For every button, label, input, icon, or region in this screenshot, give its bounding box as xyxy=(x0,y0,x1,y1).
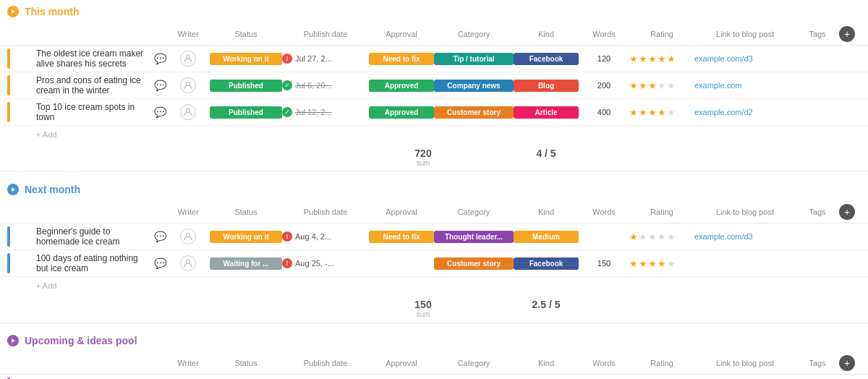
status-cell: Waiting for ... xyxy=(210,257,282,270)
title-cell: Beginner's guide to homemade ice cream 💬 xyxy=(36,226,166,247)
col-add[interactable]: + xyxy=(839,204,861,220)
star-filled: ★ xyxy=(667,54,676,64)
table-row: 100 days of eating nothing but ice cream… xyxy=(0,250,868,277)
category-cell: Tip / tutorial xyxy=(434,53,514,65)
add-row[interactable]: + Add xyxy=(0,277,868,294)
row-title: Pros and cons of eating ice cream in the… xyxy=(36,75,150,95)
row-indicator-cell xyxy=(7,226,36,247)
star-filled: ★ xyxy=(639,107,647,118)
section-title: Upcoming & ideas pool xyxy=(25,335,137,346)
row-indicator-cell xyxy=(7,75,36,95)
section-title: Next month xyxy=(25,184,80,195)
svg-marker-4 xyxy=(12,187,15,192)
section-header: Next month xyxy=(0,178,868,201)
col-link: Link to blog post xyxy=(694,208,796,216)
col-words: Words xyxy=(579,30,629,38)
section-toggle[interactable] xyxy=(7,335,19,346)
title-cell: Top 10 ice cream spots in town 💬 xyxy=(36,102,166,122)
date-text: Jul 6, 20... xyxy=(295,81,332,90)
col-rating: Rating xyxy=(629,30,694,38)
row-color-indicator xyxy=(7,75,10,95)
col-kind: Kind xyxy=(514,359,579,367)
col-category: Category xyxy=(434,30,514,38)
rating-cell: ★★★★★ xyxy=(629,107,694,118)
date-ok-icon: ✓ xyxy=(282,107,292,117)
col-add[interactable]: + xyxy=(839,355,861,371)
summary-row: 150 sum 2.5 / 5 xyxy=(0,294,868,323)
status-badge: Working on it xyxy=(210,231,282,243)
avatar xyxy=(180,104,196,120)
section-toggle[interactable] xyxy=(7,6,19,17)
table-row: Top 10 ice cream spots in town 💬 Publish… xyxy=(0,99,868,126)
comment-icon[interactable]: 💬 xyxy=(154,80,166,91)
words-label: sum xyxy=(391,159,456,167)
status-badge: Waiting for ... xyxy=(210,257,282,270)
date-text: Aug 4, 2... xyxy=(295,232,331,241)
add-column-button[interactable]: + xyxy=(839,204,855,220)
writer-cell xyxy=(166,51,210,67)
kind-badge: Blog xyxy=(514,80,579,92)
table-row: The oldest ice cream maker alive shares … xyxy=(0,46,868,72)
star-empty: ★ xyxy=(667,258,676,269)
col-publish-date: Publish date xyxy=(282,30,369,38)
col-words: Words xyxy=(579,359,629,367)
col-publish-date: Publish date xyxy=(282,208,369,216)
star-filled: ★ xyxy=(648,80,657,91)
col-status: Status xyxy=(210,208,282,216)
section-this-month: This month Writer Status Publish date Ap… xyxy=(0,0,868,172)
rating-summary: 4 / 5 xyxy=(514,148,579,167)
col-rating: Rating xyxy=(629,359,694,367)
link-cell[interactable]: example.com xyxy=(694,80,796,90)
status-badge: Published xyxy=(210,80,282,92)
star-rating: ★★★★★ xyxy=(629,54,694,64)
row-color-indicator xyxy=(7,253,10,273)
words-summary: 720 sum xyxy=(391,148,456,167)
date-cell: !Jul 27, 2... xyxy=(282,54,369,64)
category-badge: Customer story xyxy=(434,257,514,270)
publish-date-cell: ✓Jul 12, 2... xyxy=(282,107,369,117)
col-add[interactable]: + xyxy=(839,26,861,42)
col-writer: Writer xyxy=(166,359,210,367)
add-row[interactable]: + Add xyxy=(0,126,868,143)
date-cell: ✓Jul 6, 20... xyxy=(282,80,369,90)
date-text: Aug 25, -... xyxy=(295,259,334,268)
col-writer: Writer xyxy=(166,30,210,38)
section-toggle[interactable] xyxy=(7,184,19,195)
blog-link[interactable]: example.com xyxy=(694,81,741,90)
publish-date-cell: !Aug 4, 2... xyxy=(282,231,369,242)
approval-badge: Approved xyxy=(369,106,434,119)
link-cell[interactable]: example.com/d3 xyxy=(694,54,796,64)
add-column-button[interactable]: + xyxy=(839,355,855,371)
comment-icon[interactable]: 💬 xyxy=(154,231,166,242)
row-color-indicator xyxy=(7,226,10,247)
comment-icon[interactable]: 💬 xyxy=(154,53,166,64)
col-tags: Tags xyxy=(796,30,839,38)
col-kind: Kind xyxy=(514,208,579,216)
star-filled: ★ xyxy=(639,54,647,64)
star-filled: ★ xyxy=(629,54,638,64)
row-title: 100 days of eating nothing but ice cream xyxy=(36,253,150,273)
blog-link[interactable]: example.com/d3 xyxy=(694,54,753,63)
avatar xyxy=(180,77,196,93)
category-badge: Thought leader... xyxy=(434,231,514,243)
link-cell[interactable]: example.com/d2 xyxy=(694,107,796,117)
link-cell[interactable]: example.com/d3 xyxy=(694,231,796,242)
table-row: What type of ice cream are you? 💬 ★★★★★ xyxy=(0,375,868,379)
blog-link[interactable]: example.com/d2 xyxy=(694,108,753,116)
date-text: Jul 27, 2... xyxy=(295,54,332,63)
star-filled: ★ xyxy=(629,107,638,118)
publish-date-cell: !Jul 27, 2... xyxy=(282,54,369,64)
approval-badge: Approved xyxy=(369,80,434,92)
comment-icon[interactable]: 💬 xyxy=(154,106,166,118)
svg-marker-7 xyxy=(12,338,15,343)
star-filled: ★ xyxy=(629,80,638,91)
col-approval: Approval xyxy=(369,359,434,367)
add-column-button[interactable]: + xyxy=(839,26,855,42)
row-title: Top 10 ice cream spots in town xyxy=(36,102,150,122)
star-empty: ★ xyxy=(658,80,666,91)
comment-icon[interactable]: 💬 xyxy=(154,257,166,269)
star-filled: ★ xyxy=(639,258,647,269)
words-cell: 200 xyxy=(579,81,629,90)
title-cell: The oldest ice cream maker alive shares … xyxy=(36,48,166,69)
blog-link[interactable]: example.com/d3 xyxy=(694,232,753,241)
